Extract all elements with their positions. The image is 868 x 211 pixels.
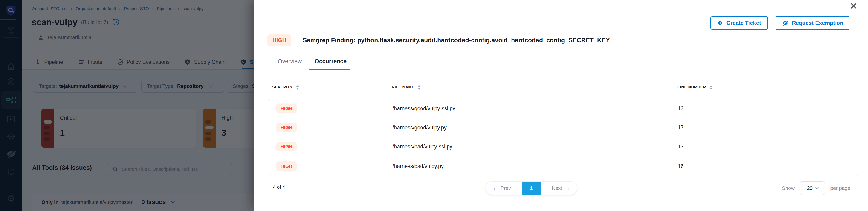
ticket-diamond-icon <box>717 20 723 26</box>
tab-overview[interactable]: Overview <box>278 58 302 70</box>
arrow-left-icon: ← <box>493 185 498 191</box>
file-name-cell: /harness/good/vulpy-ssl.py <box>393 106 455 112</box>
next-page-button[interactable]: Next → <box>545 185 577 191</box>
tab-occurrence[interactable]: Occurrence <box>315 58 346 70</box>
occurrence-table-header: SEVERITY FILE NAME LINE NUMBER <box>254 85 868 93</box>
table-row[interactable]: HIGH /harness/good/vulpy-ssl.py 13 <box>268 99 859 118</box>
close-icon[interactable]: ✕ <box>849 1 858 10</box>
page-1-button[interactable]: 1 <box>522 181 541 195</box>
severity-badge: HIGH <box>276 161 297 171</box>
severity-badge: HIGH <box>268 34 291 46</box>
file-name-cell: /harness/bad/vulpy-ssl.py <box>393 144 453 150</box>
severity-badge: HIGH <box>276 142 297 151</box>
arrow-right-icon: → <box>565 185 570 191</box>
per-page-control: Show 20 per page <box>782 181 850 195</box>
line-number-cell: 13 <box>678 144 684 150</box>
active-finding-tab-underline <box>309 69 350 70</box>
occurrence-table: HIGH /harness/good/vulpy-ssl.py 13 HIGH … <box>268 99 860 176</box>
show-label: Show <box>782 185 795 191</box>
eye-slash-icon <box>782 20 788 26</box>
per-page-label: per page <box>830 185 850 191</box>
request-exemption-label: Request Exemption <box>792 20 843 26</box>
sort-icon[interactable] <box>418 85 421 90</box>
finding-title: Semgrep Finding: python.flask.security.a… <box>303 37 610 44</box>
chevron-down-icon <box>815 186 818 189</box>
pagination: ← Prev 1 Next → <box>486 181 577 195</box>
per-page-value: 20 <box>807 185 812 191</box>
finding-tabs: Overview Occurrence <box>278 58 346 70</box>
line-number-cell: 13 <box>678 106 684 112</box>
finding-header: HIGH Semgrep Finding: python.flask.secur… <box>268 34 610 46</box>
next-label: Next <box>552 185 562 191</box>
sort-icon[interactable] <box>296 85 299 90</box>
panel-actions: Create Ticket Request Exemption <box>710 16 850 30</box>
line-number-column-header[interactable]: LINE NUMBER <box>678 85 713 90</box>
finding-detail-panel: ✕ Create Ticket Request Exemption HIGH S… <box>254 0 868 211</box>
table-row[interactable]: HIGH /harness/bad/vulpy.py 16 <box>268 156 859 176</box>
file-name-column-header[interactable]: FILE NAME <box>392 85 421 90</box>
table-row[interactable]: HIGH /harness/good/vulpy.py 17 <box>268 118 859 137</box>
severity-column-header[interactable]: SEVERITY <box>272 85 299 90</box>
per-page-select[interactable]: 20 <box>800 181 825 195</box>
line-number-cell: 16 <box>678 163 684 169</box>
prev-page-button[interactable]: ← Prev <box>486 185 518 191</box>
severity-header-label: SEVERITY <box>272 85 293 90</box>
table-row[interactable]: HIGH /harness/bad/vulpy-ssl.py 13 <box>268 137 859 156</box>
prev-label: Prev <box>500 185 511 191</box>
line-header-label: LINE NUMBER <box>678 85 706 90</box>
severity-badge: HIGH <box>276 123 297 132</box>
severity-badge: HIGH <box>276 104 297 113</box>
screen: ⚙ Account: STO test › Organization: defa… <box>0 0 868 211</box>
result-count: 4 of 4 <box>273 184 285 190</box>
file-header-label: FILE NAME <box>392 85 414 90</box>
create-ticket-button[interactable]: Create Ticket <box>710 16 768 30</box>
sort-icon[interactable] <box>709 85 713 90</box>
file-name-cell: /harness/good/vulpy.py <box>393 125 447 131</box>
request-exemption-button[interactable]: Request Exemption <box>775 16 850 30</box>
file-name-cell: /harness/bad/vulpy.py <box>393 163 444 169</box>
create-ticket-label: Create Ticket <box>726 20 761 26</box>
line-number-cell: 17 <box>678 125 684 131</box>
